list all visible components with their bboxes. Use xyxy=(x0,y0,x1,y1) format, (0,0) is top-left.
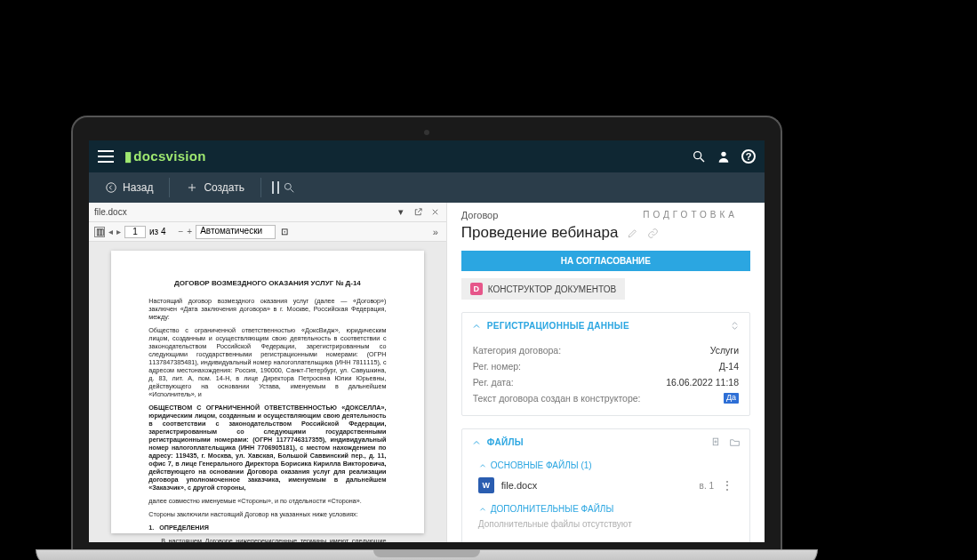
file-menu-icon[interactable]: ⋮ xyxy=(721,478,733,492)
prev-page-icon[interactable]: ◂ xyxy=(108,227,113,236)
page-total: из 4 xyxy=(149,227,166,236)
page-title: Проведение вебинара xyxy=(461,224,619,242)
back-arrow-icon xyxy=(105,181,117,194)
send-approval-button[interactable]: НА СОГЛАСОВАНИЕ xyxy=(461,251,750,271)
help-icon[interactable]: ? xyxy=(741,149,756,164)
link-icon[interactable] xyxy=(647,228,659,239)
chevron-up-icon xyxy=(471,321,482,332)
chevron-up-icon xyxy=(471,437,482,448)
page-input[interactable] xyxy=(124,226,146,238)
app-header: ▮docsvision ? xyxy=(89,140,765,172)
svg-point-2 xyxy=(721,152,725,156)
zoom-in-icon[interactable]: + xyxy=(187,227,192,236)
zoom-out-icon[interactable]: − xyxy=(179,227,184,236)
svg-line-1 xyxy=(701,158,704,162)
reg-date: 16.06.2022 11:18 xyxy=(666,377,739,388)
search-icon[interactable] xyxy=(692,149,706,164)
registration-card: РЕГИСТРАЦИОННЫЕ ДАННЫЕ Категория договор… xyxy=(461,312,750,416)
sort-icon[interactable] xyxy=(729,320,741,332)
reg-number: Д-14 xyxy=(719,361,739,372)
thumbnail-toggle-icon[interactable]: ▥ xyxy=(94,227,105,237)
page-nav: ▥ ◂ ▸ из 4 − + Автоматически ⊡ » xyxy=(89,222,446,242)
files-main-header[interactable]: ОСНОВНЫЕ ФАЙЛЫ (1) xyxy=(473,455,739,472)
svg-point-3 xyxy=(107,183,116,193)
svg-line-7 xyxy=(291,189,294,193)
viewer-header: file.docx ▾ xyxy=(89,203,446,222)
document-scroll[interactable]: ДОГОВОР ВОЗМЕЗДНОГО ОКАЗАНИЯ УСЛУГ № Д-1… xyxy=(89,242,446,542)
files-extra-empty: Дополнительные файлы отсутствуют xyxy=(473,516,739,536)
svg-point-0 xyxy=(694,152,701,159)
reg-category: Услуги xyxy=(710,345,739,356)
file-name: file.docx xyxy=(501,480,693,491)
edit-icon[interactable] xyxy=(627,228,638,239)
chevron-up-icon xyxy=(478,461,487,470)
file-row[interactable]: W file.docx в. 1 ⋮ xyxy=(473,472,739,499)
close-icon[interactable] xyxy=(429,206,441,218)
open-external-icon[interactable] xyxy=(412,206,424,218)
reg-created: Да xyxy=(724,393,739,404)
doc-title: ДОГОВОР ВОЗМЕЗДНОГО ОКАЗАНИЯ УСЛУГ № Д-1… xyxy=(148,279,386,288)
next-page-icon[interactable]: ▸ xyxy=(116,227,121,236)
files-card: ФАЙЛЫ ОСНОВНЫЕ ФАЙЛЫ (1) W xyxy=(461,428,750,542)
viewer-filename: file.docx xyxy=(94,207,390,217)
folder-icon[interactable] xyxy=(729,436,741,448)
presentation-icon[interactable]: ⊡ xyxy=(279,227,290,237)
menu-icon[interactable] xyxy=(98,150,114,163)
toolbar-search-icon[interactable] xyxy=(272,181,295,194)
add-file-icon[interactable] xyxy=(710,436,722,448)
create-button[interactable]: Создать xyxy=(177,178,253,197)
user-icon[interactable] xyxy=(717,149,731,164)
expand-tools-icon[interactable]: » xyxy=(430,227,441,237)
brand-logo: ▮docsvision xyxy=(124,148,206,164)
dropdown-icon[interactable]: ▾ xyxy=(396,206,407,218)
zoom-select[interactable]: Автоматически xyxy=(196,225,276,239)
back-button[interactable]: Назад xyxy=(96,178,162,197)
document-page: ДОГОВОР ВОЗМЕЗДНОГО ОКАЗАНИЯ УСЛУГ № Д-1… xyxy=(111,251,423,533)
constructor-button[interactable]: D КОНСТРУКТОР ДОКУМЕНТОВ xyxy=(461,278,625,300)
registration-header[interactable]: РЕГИСТРАЦИОННЫЕ ДАННЫЕ xyxy=(462,313,749,339)
constructor-icon: D xyxy=(470,283,483,295)
svg-point-6 xyxy=(284,183,291,189)
word-file-icon: W xyxy=(478,477,494,493)
status-badge: ПОДГОТОВКА xyxy=(643,210,738,220)
plus-icon xyxy=(186,181,198,194)
file-version: в. 1 xyxy=(700,481,714,491)
files-header[interactable]: ФАЙЛЫ xyxy=(462,429,749,455)
chevron-up-icon xyxy=(478,505,487,514)
toolbar: Назад Создать xyxy=(89,172,765,203)
files-extra-header[interactable]: ДОПОЛНИТЕЛЬНЫЕ ФАЙЛЫ xyxy=(473,499,739,516)
